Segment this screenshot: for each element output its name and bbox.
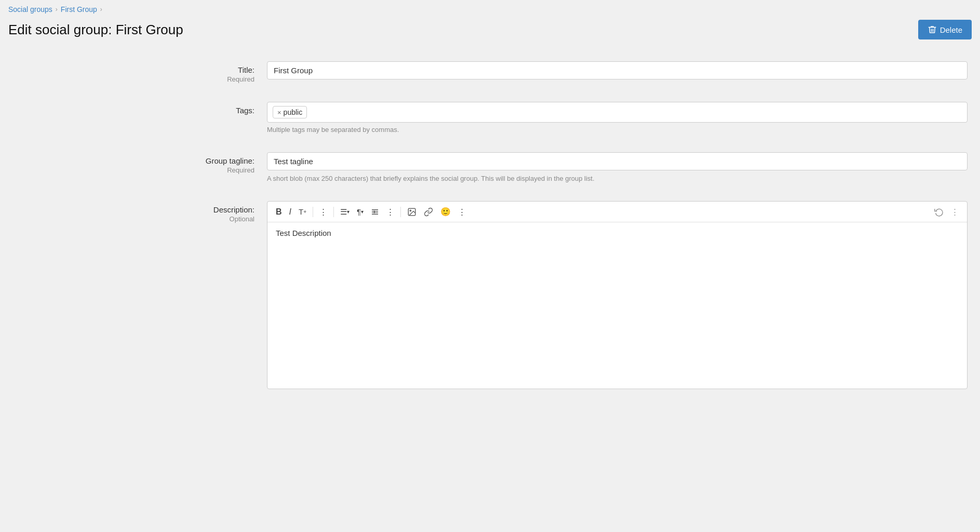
paragraph-icon: ¶ — [357, 207, 361, 216]
more-options-button[interactable]: ⋮ — [948, 205, 962, 219]
tagline-sublabel: Required — [12, 166, 254, 174]
toolbar-sep-2 — [333, 207, 334, 217]
more-text-button[interactable]: ⋮ — [316, 205, 330, 219]
align-icon: ☰ — [340, 207, 347, 217]
editor-toolbar: B I T+ ⋮ ☰ ▾ ¶ ▾ — [267, 202, 967, 222]
breadcrumb: Social groups › First Group › — [0, 0, 980, 17]
description-sublabel: Optional — [12, 215, 254, 223]
tag-public-label: public — [284, 108, 303, 116]
trash-icon — [928, 25, 937, 34]
breadcrumb-current-link[interactable]: First Group — [61, 5, 97, 14]
link-icon — [424, 207, 433, 217]
svg-point-4 — [410, 210, 411, 211]
indent-icon — [371, 208, 379, 216]
title-label: Title: — [12, 65, 254, 74]
text-size-button[interactable]: T+ — [296, 205, 310, 218]
tags-control-col: × public Multiple tags may be separated … — [267, 102, 968, 134]
image-button[interactable] — [404, 205, 420, 219]
tagline-row: Group tagline: Required A short blob (ma… — [0, 143, 980, 192]
link-button[interactable] — [421, 205, 436, 219]
tags-row: Tags: × public Multiple tags may be sepa… — [0, 92, 980, 143]
align-chevron: ▾ — [347, 209, 350, 215]
description-label: Description: — [12, 205, 254, 214]
image-icon — [407, 207, 417, 217]
toolbar-sep-1 — [313, 207, 313, 217]
description-control-col: B I T+ ⋮ ☰ ▾ ¶ ▾ — [267, 201, 968, 389]
paragraph-chevron: ▾ — [361, 209, 364, 215]
tagline-label: Group tagline: — [12, 156, 254, 165]
page-title: Edit social group: First Group — [8, 22, 183, 38]
title-label-col: Title: Required — [12, 61, 267, 83]
breadcrumb-sep-1: › — [56, 6, 58, 13]
tags-input[interactable]: × public — [267, 102, 968, 123]
title-control-col — [267, 61, 968, 79]
description-row: Description: Optional B I T+ ⋮ ☰ ▾ — [0, 192, 980, 398]
undo-icon — [934, 207, 944, 217]
toolbar-sep-3 — [400, 207, 401, 217]
tagline-control-col: A short blob (max 250 characters) that b… — [267, 152, 968, 182]
italic-button[interactable]: I — [286, 205, 294, 219]
tag-remove-public[interactable]: × — [277, 109, 281, 116]
emoji-button[interactable]: 🙂 — [437, 205, 454, 219]
description-editor: B I T+ ⋮ ☰ ▾ ¶ ▾ — [267, 201, 968, 389]
tags-label-col: Tags: — [12, 102, 267, 115]
form-area: Title: Required Tags: × public Multiple … — [0, 48, 980, 419]
undo-button[interactable] — [931, 205, 947, 219]
title-row: Title: Required — [0, 52, 980, 92]
more-insert-button[interactable]: ⋮ — [455, 205, 469, 219]
tagline-hint: A short blob (max 250 characters) that b… — [267, 175, 968, 182]
align-button[interactable]: ☰ ▾ — [337, 205, 353, 219]
description-body[interactable]: Test Description — [267, 222, 967, 389]
paragraph-button[interactable]: ¶ ▾ — [354, 205, 367, 218]
bold-button[interactable]: B — [273, 205, 285, 219]
breadcrumb-sep-2: › — [100, 6, 102, 13]
tags-label: Tags: — [12, 106, 254, 115]
tagline-label-col: Group tagline: Required — [12, 152, 267, 174]
delete-button-label: Delete — [940, 25, 962, 34]
indent-button[interactable] — [368, 206, 382, 218]
tag-public: × public — [273, 106, 307, 118]
more-para-button[interactable]: ⋮ — [383, 205, 397, 219]
tags-hint: Multiple tags may be separated by commas… — [267, 126, 968, 134]
page-header: Edit social group: First Group Delete — [0, 17, 980, 48]
breadcrumb-parent-link[interactable]: Social groups — [8, 5, 52, 14]
tagline-input[interactable] — [267, 152, 968, 170]
title-sublabel: Required — [12, 75, 254, 83]
description-label-col: Description: Optional — [12, 201, 267, 223]
title-input[interactable] — [267, 61, 968, 79]
delete-button[interactable]: Delete — [918, 20, 972, 39]
